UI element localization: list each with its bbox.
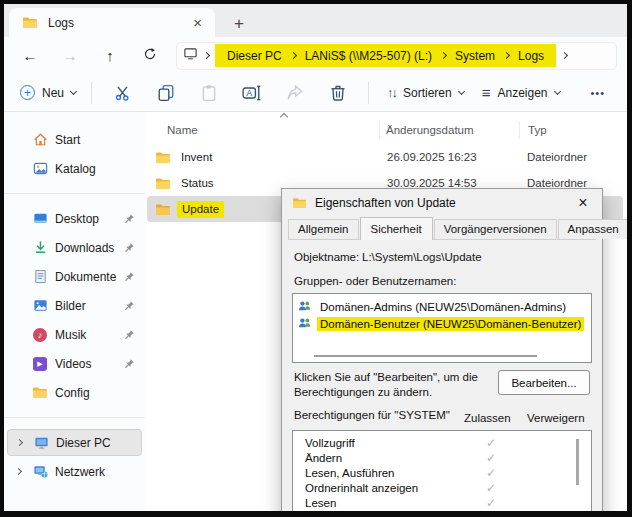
videos-icon: ▶ [32,356,48,372]
chevron-down-icon [70,87,77,94]
permissions-list[interactable]: Vollzugriff ✓ Ändern ✓ Lesen, Ausführen … [292,430,592,511]
tab-sicherheit[interactable]: Sicherheit [360,217,433,240]
cut-button[interactable] [101,84,144,102]
screenshot-frame: Logs × + ← → ↑ Dieser PC LANiS$ (\\M25-5… [0,0,632,517]
group-row-domaenen-benutzer[interactable]: Domänen-Benutzer (NEUW25\Domänen-Benutze… [293,315,591,332]
column-header-modified[interactable]: Änderungsdatum [379,121,519,139]
group-user-list[interactable]: Domänen-Admins (NEUW25\Domänen-Admins) D… [292,293,592,363]
delete-button[interactable] [316,84,359,102]
tab-allgemein[interactable]: Allgemein [288,219,359,239]
column-header-type[interactable]: Typ [519,121,623,139]
sidebar-item-musik[interactable]: ♪ Musik [7,321,142,348]
deny-column-header: Verweigern [527,412,585,424]
close-dialog-icon[interactable]: × [571,195,595,211]
tab-label: Logs [48,16,180,30]
edit-hint: Klicken Sie auf "Bearbeiten", um die Ber… [292,370,498,400]
up-icon[interactable]: ↑ [90,47,130,64]
tab-bar: Logs × + [4,4,627,37]
document-icon [32,269,48,285]
allow-column-header: Zulassen [464,412,511,424]
sidebar-item-downloads[interactable]: Downloads [7,234,142,261]
permission-row-lesen[interactable]: Lesen ✓ [293,496,591,511]
chevron-right-icon[interactable] [14,468,21,475]
breadcrumb-item-dieser-pc[interactable]: Dieser PC [218,49,291,63]
chevron-right-icon[interactable] [15,439,22,446]
address-bar[interactable]: Dieser PC LANiS$ (\\M25-507) (L:) System… [176,42,617,70]
edit-button[interactable]: Bearbeiten... [498,370,590,395]
column-header-name[interactable]: Name [167,124,379,136]
column-headers: Name Änderungsdatum Typ [145,119,623,141]
view-button[interactable]: ≡ Anzeigen [473,84,569,101]
close-tab-icon[interactable]: × [190,15,205,30]
chevron-right-icon[interactable] [561,52,568,59]
more-options-button[interactable]: ••• [590,87,617,99]
sidebar-item-katalog[interactable]: Katalog [7,155,142,182]
dialog-tab-strip: Allgemein Sicherheit Vorgängerversionen … [282,216,602,239]
rename-button[interactable]: A [230,84,273,102]
new-button-label: Neu [42,86,64,100]
horizontal-scrollbar[interactable] [314,355,537,357]
home-icon [32,132,48,148]
sidebar-item-dokumente[interactable]: Dokumente [7,263,142,290]
desktop-icon [32,211,48,227]
refresh-icon[interactable] [130,47,170,64]
groups-label: Gruppen- oder Benutzernamen: [294,275,592,287]
properties-dialog: Eigenschaften von Update × Allgemein Sic… [281,188,603,511]
tab-strip-divider [288,239,596,240]
sidebar-item-dieser-pc[interactable]: Dieser PC [7,429,142,456]
permission-row-ordnerinhalt[interactable]: Ordnerinhalt anzeigen ✓ [293,481,591,496]
breadcrumb-item-drive[interactable]: LANiS$ (\\M25-507) (L:) [296,49,441,63]
copy-button[interactable] [144,84,187,102]
sidebar-item-videos[interactable]: ▶ Videos [7,350,142,377]
new-tab-button[interactable]: + [234,14,244,34]
breadcrumb-item-logs[interactable]: Logs [509,49,553,63]
tab-vorgaengerversionen[interactable]: Vorgängerversionen [434,219,557,239]
sidebar-item-bilder[interactable]: Bilder [7,292,142,319]
pictures-icon [32,298,48,314]
breadcrumb: Dieser PC LANiS$ (\\M25-507) (L:) System… [215,44,556,67]
allow-checkmark-icon: ✓ [486,496,496,510]
vertical-scrollbar[interactable] [576,439,579,485]
command-toolbar: + Neu A ↑↓ Sortieren ≡ An [4,74,627,112]
sidebar-item-netzwerk[interactable]: Netzwerk [7,458,142,485]
back-icon[interactable]: ← [10,47,50,64]
tab-logs[interactable]: Logs × [9,8,215,37]
gallery-icon [32,161,48,177]
sidebar-item-desktop[interactable]: Desktop [7,205,142,232]
file-row-invent[interactable]: Invent 26.09.2025 16:23 Dateiordner [147,144,623,170]
permission-row-vollzugriff[interactable]: Vollzugriff ✓ [293,436,591,451]
object-name-label: Objektname: [294,251,362,263]
breadcrumb-item-system[interactable]: System [446,49,504,63]
file-list: Name Änderungsdatum Typ Invent 26.09.202… [145,112,627,511]
folder-icon [32,385,48,401]
permissions-title: Berechtigungen für "SYSTEM" [294,409,450,421]
dialog-title-bar[interactable]: Eigenschaften von Update × [282,189,602,216]
explorer-window: Logs × + ← → ↑ Dieser PC LANiS$ (\\M25-5… [4,4,627,511]
folder-icon [291,195,307,211]
this-pc-icon [183,46,198,65]
pin-icon [124,297,135,315]
chevron-right-icon [203,52,210,59]
allow-checkmark-icon: ✓ [486,466,496,480]
object-name-value: L:\System\Logs\Update [362,251,482,263]
dialog-title: Eigenschaften von Update [315,196,563,210]
sidebar-item-config[interactable]: Config [7,379,142,406]
paste-button [187,84,230,102]
new-button[interactable]: + Neu [14,85,82,100]
users-icon [297,300,312,314]
sort-button[interactable]: ↑↓ Sortieren [378,85,473,100]
pin-icon [124,268,135,286]
folder-icon [155,201,171,217]
allow-checkmark-icon: ✓ [486,451,496,465]
sidebar-divider [4,417,145,418]
permission-row-aendern[interactable]: Ändern ✓ [293,451,591,466]
view-button-label: Anzeigen [497,86,547,100]
plus-circle-icon: + [20,85,35,100]
tab-anpassen[interactable]: Anpassen [558,219,627,239]
permission-row-lesen-ausfuehren[interactable]: Lesen, Ausführen ✓ [293,466,591,481]
svg-text:A: A [246,88,252,98]
music-icon: ♪ [32,327,48,343]
group-row-domaenen-admins[interactable]: Domänen-Admins (NEUW25\Domänen-Admins) [293,298,591,315]
sidebar-item-start[interactable]: Start [7,126,142,153]
this-pc-icon [33,435,49,451]
